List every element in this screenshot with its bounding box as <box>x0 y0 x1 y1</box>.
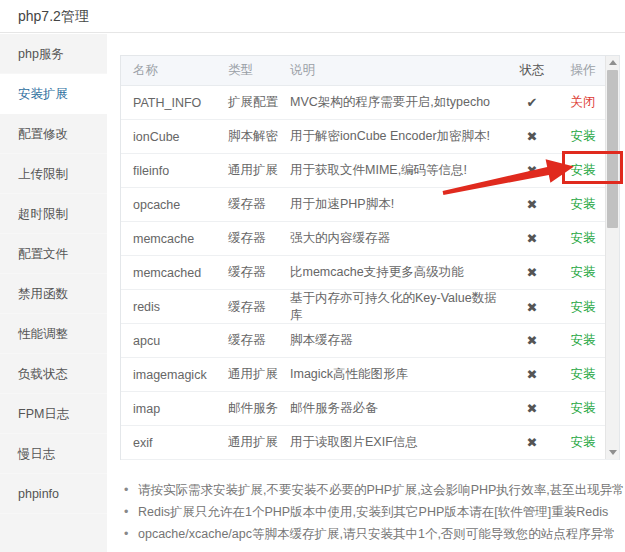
install-extension-link[interactable]: 安装 <box>571 265 596 279</box>
ext-desc: 脚本缓存器 <box>290 332 504 349</box>
cross-icon: ✖ <box>527 197 538 212</box>
ext-desc: Imagick高性能图形库 <box>290 366 504 383</box>
ext-name: exif <box>133 436 228 450</box>
table-row: imap 邮件服务 邮件服务器必备 ✖ 安装 <box>121 392 619 426</box>
install-extension-link[interactable]: 安装 <box>571 129 596 143</box>
sidebar-item-upload-limit[interactable]: 上传限制 <box>0 154 107 194</box>
sidebar-item-disabled-functions[interactable]: 禁用函数 <box>0 274 107 314</box>
cross-icon: ✖ <box>527 163 538 178</box>
ext-desc: 强大的内容缓存器 <box>290 230 504 247</box>
ext-type: 通用扩展 <box>228 366 290 383</box>
column-header-status: 状态 <box>504 62 560 79</box>
ext-type: 缓存器 <box>228 332 290 349</box>
ext-type: 缓存器 <box>228 230 290 247</box>
note-item: opcache/xcache/apc等脚本缓存扩展,请只安装其中1个,否则可能导… <box>124 523 622 545</box>
ext-name: memcache <box>133 232 228 246</box>
table-header-row: 名称 类型 说明 状态 操作 <box>121 56 619 86</box>
ext-desc: 用于获取文件MIME,编码等信息! <box>290 162 504 179</box>
ext-type: 通用扩展 <box>228 434 290 451</box>
scrollbar-down-arrow-icon[interactable] <box>606 446 619 459</box>
table-row: apcu 缓存器 脚本缓存器 ✖ 安装 <box>121 324 619 358</box>
scrollbar[interactable] <box>605 56 619 459</box>
cross-icon: ✖ <box>527 231 538 246</box>
ext-name: apcu <box>133 334 228 348</box>
ext-type: 通用扩展 <box>228 162 290 179</box>
ext-desc: 用于加速PHP脚本! <box>290 196 504 213</box>
sidebar-item-config-file[interactable]: 配置文件 <box>0 234 107 274</box>
cross-icon: ✖ <box>527 401 538 416</box>
table-row: PATH_INFO 扩展配置 MVC架构的程序需要开启,如typecho ✔ 关… <box>121 86 619 120</box>
table-row: redis 缓存器 基于内存亦可持久化的Key-Value数据库 ✖ 安装 <box>121 290 619 324</box>
ext-type: 邮件服务 <box>228 400 290 417</box>
extensions-table: 名称 类型 说明 状态 操作 PATH_INFO 扩展配置 MVC架构的程序需要… <box>120 55 620 460</box>
notes-list: 请按实际需求安装扩展,不要安装不必要的PHP扩展,这会影响PHP执行效率,甚至出… <box>124 479 622 545</box>
install-extension-link[interactable]: 安装 <box>571 367 596 381</box>
cross-icon: ✖ <box>527 300 538 315</box>
sidebar-item-timeout-limit[interactable]: 超时限制 <box>0 194 107 234</box>
cross-icon: ✖ <box>527 333 538 348</box>
sidebar: php服务 安装扩展 配置修改 上传限制 超时限制 配置文件 禁用函数 性能调整… <box>0 34 107 552</box>
table-row: memcached 缓存器 比memcache支持更多高级功能 ✖ 安装 <box>121 256 619 290</box>
column-header-name: 名称 <box>133 62 228 79</box>
ext-name: fileinfo <box>133 164 228 178</box>
table-row: exif 通用扩展 用于读取图片EXIF信息 ✖ 安装 <box>121 426 619 460</box>
ext-type: 扩展配置 <box>228 94 290 111</box>
ext-type: 脚本解密 <box>228 128 290 145</box>
ext-name: ionCube <box>133 130 228 144</box>
ext-name: imagemagick <box>133 368 228 382</box>
ext-type: 缓存器 <box>228 196 290 213</box>
sidebar-item-load-status[interactable]: 负载状态 <box>0 354 107 394</box>
table-row: opcache 缓存器 用于加速PHP脚本! ✖ 安装 <box>121 188 619 222</box>
cross-icon: ✖ <box>527 435 538 450</box>
install-extension-link[interactable]: 安装 <box>571 197 596 211</box>
note-item: Redis扩展只允许在1个PHP版本中使用,安装到其它PHP版本请在[软件管理]… <box>124 501 622 523</box>
ext-desc: 邮件服务器必备 <box>290 400 504 417</box>
install-fileinfo-link[interactable]: 安装 <box>571 163 596 177</box>
cross-icon: ✖ <box>527 265 538 280</box>
sidebar-item-config-modify[interactable]: 配置修改 <box>0 114 107 154</box>
ext-name: PATH_INFO <box>133 96 228 110</box>
table-row-fileinfo: fileinfo 通用扩展 用于获取文件MIME,编码等信息! ✖ 安装 <box>121 154 619 188</box>
sidebar-item-performance-tuning[interactable]: 性能调整 <box>0 314 107 354</box>
note-item: 请按实际需求安装扩展,不要安装不必要的PHP扩展,这会影响PHP执行效率,甚至出… <box>124 479 622 501</box>
install-extension-link[interactable]: 安装 <box>571 333 596 347</box>
column-header-action: 操作 <box>560 62 606 79</box>
table-row: imagemagick 通用扩展 Imagick高性能图形库 ✖ 安装 <box>121 358 619 392</box>
cross-icon: ✖ <box>527 367 538 382</box>
ext-type: 缓存器 <box>228 264 290 281</box>
install-extension-link[interactable]: 安装 <box>571 435 596 449</box>
ext-desc: 用于读取图片EXIF信息 <box>290 434 504 451</box>
ext-desc: 比memcache支持更多高级功能 <box>290 264 504 281</box>
sidebar-item-slow-log[interactable]: 慢日志 <box>0 434 107 474</box>
install-extension-link[interactable]: 安装 <box>571 300 596 314</box>
ext-name: opcache <box>133 198 228 212</box>
cross-icon: ✖ <box>527 129 538 144</box>
ext-desc: 基于内存亦可持久化的Key-Value数据库 <box>290 290 504 324</box>
ext-name: imap <box>133 402 228 416</box>
ext-desc: 用于解密ionCube Encoder加密脚本! <box>290 128 504 145</box>
table-row: memcache 缓存器 强大的内容缓存器 ✖ 安装 <box>121 222 619 256</box>
install-extension-link[interactable]: 安装 <box>571 231 596 245</box>
page-title: php7.2管理 <box>18 0 89 33</box>
ext-desc: MVC架构的程序需要开启,如typecho <box>290 94 504 111</box>
column-header-desc: 说明 <box>290 62 504 79</box>
sidebar-item-install-extensions[interactable]: 安装扩展 <box>0 74 107 114</box>
check-icon: ✔ <box>527 95 538 110</box>
close-extension-link[interactable]: 关闭 <box>571 95 596 109</box>
install-extension-link[interactable]: 安装 <box>571 401 596 415</box>
sidebar-item-phpinfo[interactable]: phpinfo <box>0 474 107 514</box>
table-row: ionCube 脚本解密 用于解密ionCube Encoder加密脚本! ✖ … <box>121 120 619 154</box>
sidebar-item-fpm-log[interactable]: FPM日志 <box>0 394 107 434</box>
ext-name: memcached <box>133 266 228 280</box>
sidebar-item-php-service[interactable]: php服务 <box>0 34 107 74</box>
column-header-type: 类型 <box>228 62 290 79</box>
scrollbar-thumb[interactable] <box>607 70 618 228</box>
ext-type: 缓存器 <box>228 299 290 316</box>
scrollbar-up-arrow-icon[interactable] <box>606 56 619 69</box>
ext-name: redis <box>133 300 228 314</box>
window-titlebar: php7.2管理 <box>0 0 625 33</box>
